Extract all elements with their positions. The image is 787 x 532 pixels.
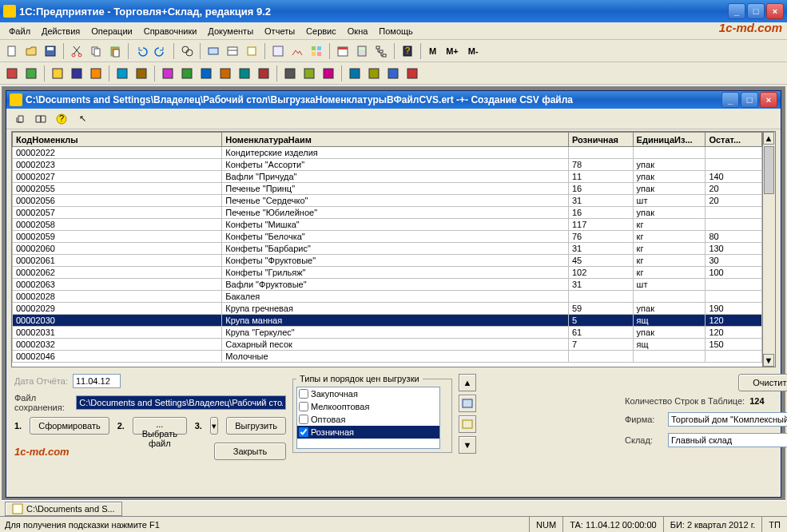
table-row[interactable]: 00002062Конфеты "Грильяж"102кг100 xyxy=(13,267,762,279)
col-header[interactable]: КодНоменклы xyxy=(13,133,222,147)
tool-icon-1[interactable] xyxy=(205,42,222,60)
new-icon[interactable] xyxy=(3,42,21,60)
tree-icon[interactable] xyxy=(372,42,390,60)
mem-m-button[interactable]: M xyxy=(425,42,440,60)
table-row[interactable]: 00002058Конфеты "Мишка"117кг xyxy=(13,219,762,231)
table-row[interactable]: 00002057Печенье "Юбилейное"16упак xyxy=(13,207,762,219)
tb2-icon-16[interactable] xyxy=(346,65,364,82)
data-grid[interactable]: КодНоменклыНоменклатураНаимРозничнаяЕдин… xyxy=(11,131,776,367)
move-up-button[interactable]: ▲ xyxy=(459,374,476,391)
menu-помощь[interactable]: Помощь xyxy=(373,25,419,38)
undo-icon[interactable] xyxy=(133,42,150,60)
tb2-icon-9[interactable] xyxy=(197,65,215,82)
table-row[interactable]: 00002027Вафли "Причуда"11упак140 xyxy=(13,171,762,183)
paste-icon[interactable] xyxy=(106,42,124,60)
tb2-icon-2[interactable] xyxy=(49,65,66,82)
tb2-icon-8[interactable] xyxy=(178,65,196,82)
price-checkbox[interactable] xyxy=(299,415,308,424)
move-down-button[interactable]: ▼ xyxy=(459,436,476,454)
minimize-button[interactable]: _ xyxy=(728,3,745,19)
tb2-icon-7[interactable] xyxy=(159,65,177,82)
price-option[interactable]: Розничная xyxy=(297,426,439,439)
table-row[interactable]: 00002022Кондитерские изделия xyxy=(13,147,762,159)
mem-mplus-button[interactable]: M+ xyxy=(442,42,463,60)
copy-icon[interactable] xyxy=(87,42,105,60)
price-checkbox[interactable] xyxy=(299,402,308,411)
grid-scrollbar[interactable]: ▲ ▼ xyxy=(762,132,775,367)
ct-help-icon[interactable]: ? xyxy=(53,110,70,128)
tb2-icon-19[interactable] xyxy=(403,65,421,82)
save-file-field[interactable] xyxy=(76,395,286,410)
price-checkbox[interactable] xyxy=(299,389,308,399)
col-header[interactable]: НоменклатураНаим xyxy=(222,133,569,147)
save-icon[interactable] xyxy=(42,42,59,60)
scroll-up-icon[interactable]: ▲ xyxy=(763,132,774,145)
menu-документы[interactable]: Документы xyxy=(202,25,259,38)
table-row[interactable]: 00002061Конфеты "Фруктовые"45кг30 xyxy=(13,255,762,267)
table-row[interactable]: 00002060Конфеты "Барбарис"31кг130 xyxy=(13,243,762,255)
find-icon[interactable] xyxy=(178,42,196,60)
menu-справочники[interactable]: Справочники xyxy=(138,25,203,38)
scroll-thumb[interactable] xyxy=(764,146,774,194)
table-row[interactable]: 00002056Печенье "Сердечко"31шт20 xyxy=(13,195,762,207)
table-row[interactable]: 00002028Бакалея xyxy=(13,291,762,303)
table-row[interactable]: 00002046Молочные xyxy=(13,351,762,363)
table-row[interactable]: 00002055Печенье "Принц"16упак20 xyxy=(13,183,762,195)
price-checkbox[interactable] xyxy=(299,427,308,437)
store-field[interactable] xyxy=(668,433,787,447)
price-option[interactable]: Мелкооптовая xyxy=(297,400,439,413)
table-row[interactable]: 00002030Крупа манная5ящ120 xyxy=(13,315,762,327)
calendar-icon[interactable] xyxy=(334,42,352,60)
price-option[interactable]: Закупочная xyxy=(297,387,439,400)
tb2-icon-15[interactable] xyxy=(320,65,337,82)
menu-файл[interactable]: Файл xyxy=(3,25,36,38)
tb2-icon-17[interactable] xyxy=(365,65,383,82)
tool-icon-6[interactable] xyxy=(308,42,325,60)
tool-icon-5[interactable] xyxy=(288,42,306,60)
tb2-icon-10[interactable] xyxy=(217,65,234,82)
table-row[interactable]: 00002059Конфеты "Белочка"76кг80 xyxy=(13,231,762,243)
child-maximize-button[interactable]: □ xyxy=(741,92,758,108)
calculator-icon[interactable] xyxy=(353,42,371,60)
tb2-icon-6[interactable] xyxy=(133,65,150,82)
redo-icon[interactable] xyxy=(152,42,169,60)
table-row[interactable]: 00002029Крупа гречневая59упак190 xyxy=(13,303,762,315)
maximize-button[interactable]: □ xyxy=(747,3,765,19)
report-date-field[interactable] xyxy=(73,374,121,388)
assign2-button[interactable] xyxy=(459,415,476,433)
menu-отчеты[interactable]: Отчеты xyxy=(259,25,300,38)
tool-icon-2[interactable] xyxy=(224,42,241,60)
table-row[interactable]: 00002063Вафли "Фруктовые"31шт xyxy=(13,279,762,291)
form-button[interactable]: Сформировать xyxy=(30,417,109,435)
clear-table-button[interactable]: Очистить Таблицу xyxy=(738,374,787,391)
help-icon[interactable]: ? xyxy=(399,42,416,60)
step3-dropdown-button[interactable]: ▾ xyxy=(210,417,218,435)
ct-icon-2[interactable] xyxy=(32,110,50,128)
menu-окна[interactable]: Окна xyxy=(342,25,374,38)
tb2-icon-4[interactable] xyxy=(87,65,105,82)
menu-операции[interactable]: Операции xyxy=(85,25,137,38)
mdi-tab[interactable]: C:\Documents and S... xyxy=(5,502,122,516)
choose-file-button[interactable]: ... Выбрать файл xyxy=(133,417,187,435)
menu-действия[interactable]: Действия xyxy=(36,25,85,38)
tool-icon-3[interactable] xyxy=(243,42,260,60)
table-row[interactable]: 00002032Сахарный песок7ящ150 xyxy=(13,339,762,351)
price-types-list[interactable]: ЗакупочнаяМелкооптоваяОптоваяРозничная xyxy=(296,387,440,449)
tb2-icon-18[interactable] xyxy=(384,65,402,82)
close-button[interactable]: × xyxy=(766,3,784,19)
cut-icon[interactable] xyxy=(68,42,85,60)
tb2-icon-0[interactable] xyxy=(3,65,21,82)
close-dialog-button[interactable]: Закрыть xyxy=(214,443,286,460)
open-icon[interactable] xyxy=(22,42,40,60)
tb2-icon-14[interactable] xyxy=(300,65,318,82)
tb2-icon-12[interactable] xyxy=(255,65,272,82)
col-header[interactable]: Розничная xyxy=(568,133,633,147)
ct-cursor-icon[interactable]: ↖ xyxy=(74,110,91,128)
table-row[interactable]: 00002023Конфеты "Ассорти"78упак xyxy=(13,159,762,171)
col-header[interactable]: ЕдиницаИз... xyxy=(633,133,706,147)
tb2-icon-11[interactable] xyxy=(236,65,253,82)
tool-icon-4[interactable] xyxy=(269,42,287,60)
price-option[interactable]: Оптовая xyxy=(297,413,439,426)
mem-mminus-button[interactable]: M- xyxy=(464,42,483,60)
tb2-icon-5[interactable] xyxy=(113,65,131,82)
